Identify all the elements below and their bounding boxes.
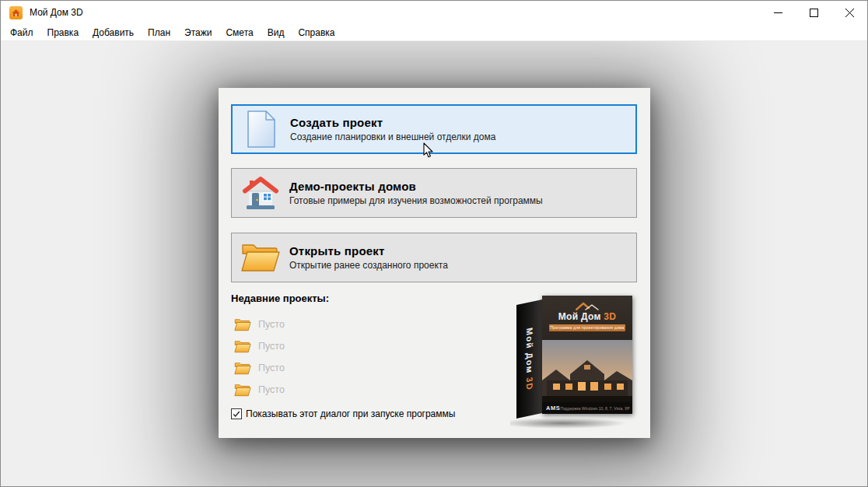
small-folder-icon xyxy=(234,362,251,375)
open-project-subtitle: Открытие ранее созданного проекта xyxy=(289,260,448,271)
open-folder-icon xyxy=(232,242,289,273)
recent-project-slot-3[interactable]: Пусто xyxy=(234,360,285,376)
window-title: Мой Дом 3D xyxy=(30,7,83,18)
open-project-button[interactable]: Открыть проект Открытие ранее созданного… xyxy=(231,233,637,282)
menu-help[interactable]: Справка xyxy=(291,25,341,40)
new-document-icon xyxy=(233,110,290,149)
boxshot-house-photo xyxy=(542,340,632,402)
menu-plan[interactable]: План xyxy=(141,25,177,40)
boxshot-front: Мой Дом 3D Программа для проектирования … xyxy=(542,296,632,414)
menu-floors[interactable]: Этажи xyxy=(177,25,219,40)
maximize-button[interactable] xyxy=(796,1,831,24)
app-logo-icon xyxy=(9,6,23,19)
menu-add[interactable]: Добавить xyxy=(86,25,141,40)
window-controls xyxy=(760,1,867,24)
minimize-icon xyxy=(774,9,782,17)
demo-projects-subtitle: Готовые примеры для изучения возможносте… xyxy=(289,195,543,206)
boxshot-title: Мой Дом 3D xyxy=(542,311,632,322)
close-button[interactable] xyxy=(831,1,867,24)
recent-project-slot-2[interactable]: Пусто xyxy=(234,338,285,354)
product-boxshot: Мой Дом 3D Мой Дом 3D Программа для прое… xyxy=(510,292,641,427)
recent-project-label: Пусто xyxy=(258,363,285,373)
recent-project-slot-1[interactable]: Пусто xyxy=(234,317,285,332)
publisher-logo: AMS xyxy=(546,405,560,412)
create-project-title: Создать проект xyxy=(290,116,495,129)
recent-project-label: Пусто xyxy=(258,319,285,330)
menu-edit[interactable]: Правка xyxy=(40,25,86,40)
title-bar: Мой Дом 3D xyxy=(1,1,867,24)
small-folder-icon xyxy=(234,318,251,331)
open-project-title: Открыть проект xyxy=(289,244,448,258)
menu-bar: Файл Правка Добавить План Этажи Смета Ви… xyxy=(1,24,867,41)
startup-dialog: Создать проект Создание планировки и вне… xyxy=(219,88,650,438)
demo-projects-button[interactable]: Демо-проекты домов Готовые примеры для и… xyxy=(231,168,637,218)
recent-project-label: Пусто xyxy=(258,341,285,352)
boxshot-spine: Мой Дом 3D xyxy=(516,300,542,419)
boxshot-footnote: Поддержка Windows 10, 8, 7, Vista, XP xyxy=(560,406,632,411)
create-project-subtitle: Создание планировки и внешней отделки до… xyxy=(290,131,495,142)
menu-estimate[interactable]: Смета xyxy=(219,25,260,40)
close-icon xyxy=(845,9,854,17)
roof-logo-icon xyxy=(576,301,599,310)
small-folder-icon xyxy=(234,384,251,397)
maximize-icon xyxy=(810,9,818,17)
menu-view[interactable]: Вид xyxy=(261,25,292,40)
recent-projects-heading: Недавние проекты: xyxy=(231,293,329,304)
recent-project-label: Пусто xyxy=(258,384,285,395)
client-area: Создать проект Создание планировки и вне… xyxy=(1,41,867,486)
minimize-button[interactable] xyxy=(760,1,796,24)
boxshot-shadow xyxy=(510,418,627,429)
checkbox-label: Показывать этот диалог при запуске прогр… xyxy=(246,408,455,419)
create-project-button[interactable]: Создать проект Создание планировки и вне… xyxy=(231,104,637,154)
checkbox-checked-icon[interactable] xyxy=(231,408,242,419)
show-dialog-checkbox[interactable]: Показывать этот диалог при запуске прогр… xyxy=(231,408,455,419)
demo-projects-title: Демо-проекты домов xyxy=(289,180,543,193)
demo-house-icon xyxy=(232,174,289,212)
small-folder-icon xyxy=(234,340,251,353)
recent-project-slot-4[interactable]: Пусто xyxy=(234,382,285,398)
boxshot-ribbon: Программа для проектирования дома xyxy=(549,324,625,331)
app-window: Мой Дом 3D Файл Правка Добавить План Эта… xyxy=(0,0,868,487)
menu-file[interactable]: Файл xyxy=(3,25,40,40)
